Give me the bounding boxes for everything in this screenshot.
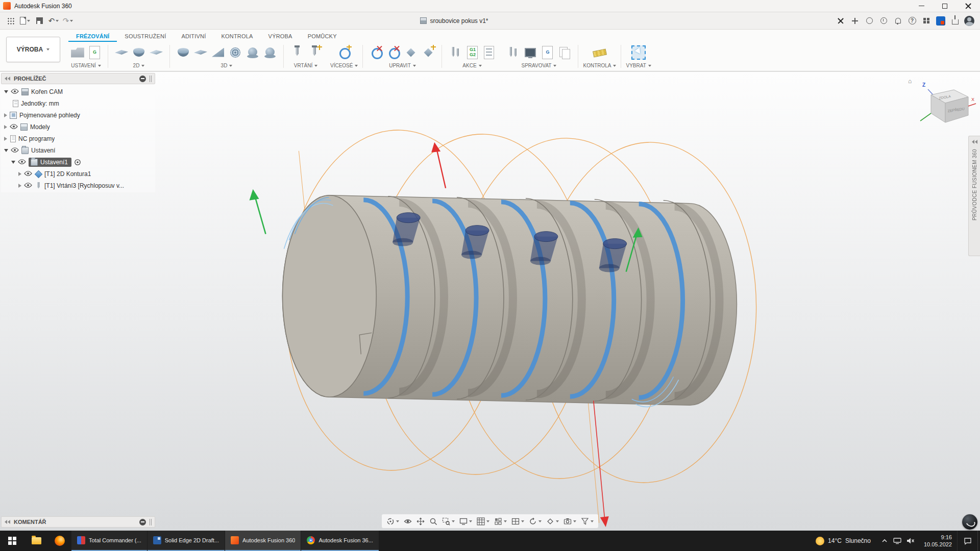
action-center-button[interactable] <box>957 531 977 551</box>
brand-badge-button[interactable] <box>934 14 947 28</box>
group-dropdown-upravit[interactable]: UPRAVIT <box>389 62 416 70</box>
display-settings-button[interactable] <box>457 516 474 527</box>
close-document-tab-button[interactable] <box>834 14 847 28</box>
expander-icon[interactable] <box>4 113 7 117</box>
3d-ramp-icon[interactable] <box>211 45 225 60</box>
expander-icon[interactable] <box>4 137 7 141</box>
zoom-window-button[interactable] <box>440 516 457 527</box>
3d-adaptive-icon[interactable] <box>176 45 190 60</box>
file-explorer-button[interactable] <box>24 531 48 551</box>
clock-widget[interactable]: 9:16 10.05.2022 <box>919 531 957 551</box>
taskbar-app-fusion-360[interactable]: Autodesk Fusion 360 <box>225 531 301 551</box>
templates-icon[interactable] <box>557 45 572 60</box>
expander-icon[interactable] <box>4 125 7 129</box>
group-dropdown-vrtani[interactable]: VRTÁNÍ <box>294 62 318 70</box>
drill-icon[interactable] <box>290 45 304 60</box>
tree-item-drill3[interactable]: [T1] Vrtání3 [Rychloposuv v... <box>1 180 155 191</box>
refresh-view-button[interactable] <box>527 516 544 527</box>
panel-grip-icon[interactable] <box>150 76 152 82</box>
visibility-eye-icon[interactable] <box>24 183 32 188</box>
minimize-comment-icon[interactable] <box>139 519 146 525</box>
start-button[interactable] <box>0 531 24 551</box>
capture-image-button[interactable] <box>561 516 578 527</box>
network-icon[interactable] <box>893 537 901 544</box>
file-menu-button[interactable] <box>18 14 32 28</box>
visibility-eye-icon[interactable] <box>11 89 19 94</box>
group-dropdown-kontrola[interactable]: KONTROLA <box>583 62 616 70</box>
2d-face-icon[interactable] <box>114 45 129 60</box>
visibility-eye-icon[interactable] <box>24 171 32 177</box>
expander-icon[interactable] <box>18 184 21 188</box>
tree-item-units[interactable]: Jednotky: mm <box>1 97 155 109</box>
close-button[interactable] <box>957 0 980 12</box>
tree-item-setup1[interactable]: Ustavení1 <box>1 156 155 168</box>
minimize-button[interactable] <box>910 0 933 12</box>
expander-icon[interactable] <box>11 161 15 164</box>
expand-guide-icon[interactable] <box>972 140 977 144</box>
tree-item-nc-programs[interactable]: NC programy <box>1 133 155 144</box>
multiaxis-icon[interactable] <box>337 45 351 60</box>
guide-side-tab[interactable]: PRŮVODCE FUSIONEM 360 <box>968 136 980 256</box>
tray-expand-icon[interactable] <box>881 537 888 544</box>
assistant-bubble[interactable] <box>962 514 977 530</box>
document-tab[interactable]: sroubovice pokus v1* <box>415 15 493 27</box>
3d-flat-icon[interactable] <box>193 45 208 60</box>
redo-button[interactable]: ↷ <box>61 14 75 28</box>
snap-settings-button[interactable] <box>492 516 509 527</box>
selected-item-chip[interactable]: Ustavení1 <box>29 158 71 167</box>
group-dropdown-ustaveni[interactable]: USTAVENÍ <box>71 62 101 70</box>
taskbar-app-total-commander[interactable]: Total Commander (... <box>71 531 147 551</box>
taskbar-app-solid-edge[interactable]: Solid Edge 2D Draft... <box>148 531 225 551</box>
collapse-comment-icon[interactable] <box>5 520 10 524</box>
3d-spiral-icon[interactable] <box>228 45 242 60</box>
new-document-tab-button[interactable] <box>848 14 862 28</box>
post-process-icon[interactable]: G1G2 <box>467 46 478 59</box>
apps-panel-button[interactable] <box>920 14 933 28</box>
tab-aditivni[interactable]: ADITIVNÍ <box>174 31 213 42</box>
undo-button[interactable]: ↶ <box>47 14 60 28</box>
add-geometry-icon[interactable] <box>421 45 435 60</box>
gcode-editor-icon[interactable]: G <box>542 46 553 59</box>
tab-frezovani[interactable]: FRÉZOVÁNÍ <box>68 31 117 42</box>
simulate-icon[interactable] <box>448 45 462 60</box>
tree-item-2d-contour[interactable]: [T1] 2D Kontura1 <box>1 168 155 180</box>
setup-sheet-icon[interactable] <box>484 46 494 59</box>
new-setup-icon[interactable] <box>70 45 85 60</box>
tab-pomucky[interactable]: POMŮCKY <box>300 31 345 42</box>
3d-scallop-icon[interactable] <box>263 45 277 60</box>
edit-geometry-icon[interactable] <box>404 45 418 60</box>
viewports-button[interactable] <box>509 516 526 527</box>
browser-header[interactable]: PROHLÍŽEČ <box>1 73 155 84</box>
2d-adaptive-icon[interactable] <box>132 45 146 60</box>
tool-library-icon[interactable] <box>506 45 520 60</box>
comment-bar[interactable]: KOMENTÁŘ <box>1 516 155 528</box>
zoom-button[interactable] <box>427 516 439 527</box>
tab-soustruzeni[interactable]: SOUSTRUŽENÍ <box>117 31 174 42</box>
measure-icon[interactable] <box>593 45 607 60</box>
visibility-eye-icon[interactable] <box>10 124 18 130</box>
viewcube[interactable]: ⌂ Z ZDOLA ZEPŘEDU X <box>905 76 977 136</box>
notifications-button[interactable] <box>891 14 904 28</box>
group-dropdown-2d[interactable]: 2D <box>133 62 145 70</box>
home-icon[interactable]: ⌂ <box>908 78 912 85</box>
grid-display-button[interactable] <box>475 516 492 527</box>
delete-passes-icon[interactable] <box>386 45 401 60</box>
collapse-panel-icon[interactable] <box>5 77 10 81</box>
expander-icon[interactable] <box>4 149 8 152</box>
help-button[interactable]: ? <box>905 14 919 28</box>
expander-icon[interactable] <box>18 172 21 176</box>
trim-toolpath-icon[interactable] <box>369 45 383 60</box>
tree-item-cam-root[interactable]: Kořen CAM <box>1 86 155 97</box>
tree-item-named-views[interactable]: Pojmenované pohledy <box>1 109 155 121</box>
taskbar-app-fusion-browser[interactable]: Autodesk Fusion 36... <box>301 531 378 551</box>
visual-effects-button[interactable] <box>544 516 561 527</box>
visibility-filter-button[interactable] <box>579 516 596 527</box>
maximize-button[interactable] <box>933 0 957 12</box>
profile-button[interactable] <box>963 14 976 28</box>
drill-pattern-icon[interactable] <box>307 45 322 60</box>
tree-item-setups[interactable]: Ustavení <box>1 144 155 156</box>
group-dropdown-akce[interactable]: AKCE <box>462 62 481 70</box>
visibility-eye-icon[interactable] <box>18 159 26 165</box>
tree-item-models[interactable]: Modely <box>1 121 155 133</box>
2d-pocket-icon[interactable] <box>149 45 163 60</box>
